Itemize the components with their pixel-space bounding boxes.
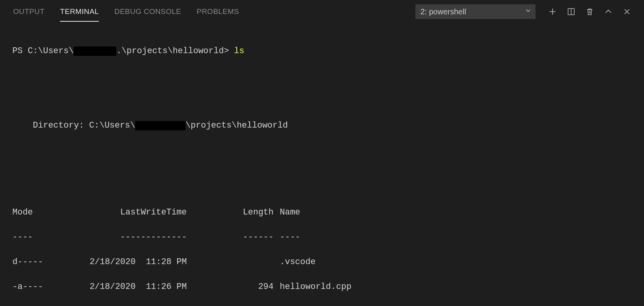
directory-listing: ModeLastWriteTimeLengthName ------------… xyxy=(12,194,632,306)
tab-problems[interactable]: PROBLEMS xyxy=(196,2,239,22)
close-panel-button[interactable] xyxy=(622,6,632,17)
listing-row: d-----2/18/2020 11:28 PM.vscode xyxy=(12,256,632,268)
maximize-panel-button[interactable] xyxy=(603,6,614,17)
tab-terminal[interactable]: TERMINAL xyxy=(60,2,99,22)
terminal-selector-dropdown[interactable]: 2: powershell xyxy=(415,4,536,19)
panel-tabs: OUTPUT TERMINAL DEBUG CONSOLE PROBLEMS xyxy=(13,2,239,22)
directory-label: \projects\helloworld xyxy=(186,121,288,130)
split-terminal-button[interactable] xyxy=(566,6,577,17)
tab-output[interactable]: OUTPUT xyxy=(13,2,45,22)
command-text: ls xyxy=(234,46,244,56)
terminal-output[interactable]: PS C:\Users\.\projects\helloworld> ls Di… xyxy=(0,23,644,306)
listing-dashes: --------------------------- xyxy=(12,231,632,244)
listing-header: ModeLastWriteTimeLengthName xyxy=(12,206,632,219)
prompt-text: PS C:\Users\ xyxy=(12,46,74,56)
tab-debug-console[interactable]: DEBUG CONSOLE xyxy=(114,2,181,22)
redacted-username xyxy=(74,47,116,56)
prompt-text: .\projects\helloworld> xyxy=(116,46,234,56)
panel-header: OUTPUT TERMINAL DEBUG CONSOLE PROBLEMS 2… xyxy=(0,0,644,23)
listing-row: -a----2/18/2020 11:26 PM294helloworld.cp… xyxy=(12,281,632,293)
terminal-selector-label: 2: powershell xyxy=(420,7,466,16)
kill-terminal-button[interactable] xyxy=(584,6,595,17)
directory-label: Directory: C:\Users\ xyxy=(12,121,135,130)
chevron-down-icon xyxy=(525,7,531,16)
new-terminal-button[interactable] xyxy=(547,6,558,17)
panel-toolbar: 2: powershell xyxy=(415,4,632,19)
redacted-username xyxy=(135,121,186,130)
